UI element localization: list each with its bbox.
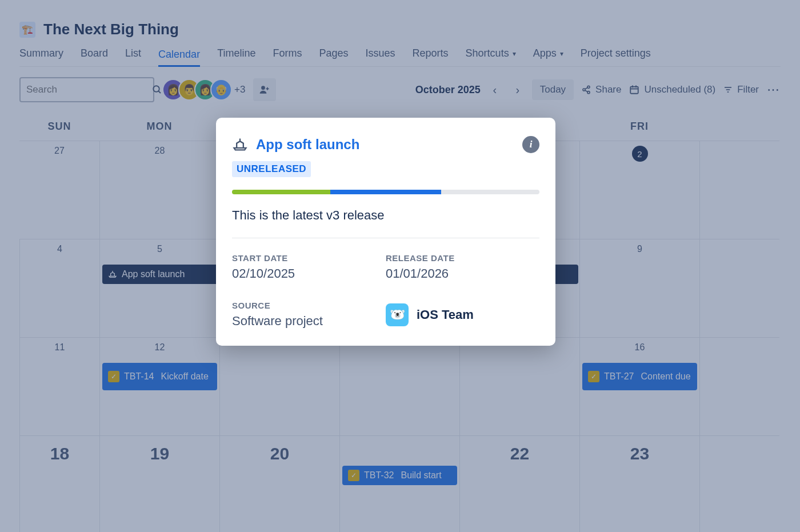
unscheduled-button[interactable]: Unscheduled (8) bbox=[629, 84, 715, 95]
tab-apps[interactable]: Apps▾ bbox=[533, 44, 563, 63]
source-field: SOURCE Software project bbox=[232, 301, 386, 329]
calendar-toolbar: 👩 👨 👩 👴 +3 October 2025 ‹ › Today bbox=[19, 67, 781, 109]
day-cell[interactable]: 5 App soft launch bbox=[99, 239, 219, 337]
day-cell[interactable]: 11 bbox=[19, 337, 99, 435]
day-cell[interactable] bbox=[339, 337, 459, 435]
svg-line-1 bbox=[158, 91, 161, 93]
next-month-button[interactable]: › bbox=[509, 81, 526, 98]
tab-pages[interactable]: Pages bbox=[319, 44, 348, 63]
calendar-event-tbt27[interactable]: ✓ TBT-27 Content due bbox=[582, 363, 697, 390]
divider bbox=[232, 238, 539, 238]
avatar[interactable]: 👴 bbox=[210, 79, 232, 101]
today-button[interactable]: Today bbox=[532, 79, 574, 100]
day-cell[interactable] bbox=[699, 141, 779, 239]
popover-title[interactable]: App soft launch bbox=[256, 137, 359, 153]
day-cell[interactable] bbox=[459, 337, 579, 435]
progress-bar bbox=[232, 190, 539, 194]
day-number: 4 bbox=[57, 244, 62, 254]
add-user-button[interactable] bbox=[253, 78, 276, 101]
avatar-stack[interactable]: 👩 👨 👩 👴 +3 bbox=[162, 79, 245, 101]
day-cell[interactable]: ✓ TBT-32 Build start bbox=[339, 435, 459, 532]
day-cell[interactable]: 12 ✓ TBT-14 Kickoff date bbox=[99, 337, 219, 435]
prev-month-button[interactable]: ‹ bbox=[486, 81, 503, 98]
weekday-header: MON bbox=[99, 113, 219, 141]
field-label: START DATE bbox=[232, 253, 386, 263]
day-number: 2 bbox=[632, 146, 648, 162]
project-tabs: Summary Board List Calendar Timeline For… bbox=[19, 44, 781, 67]
day-cell[interactable]: 27 bbox=[19, 141, 99, 239]
day-number: 27 bbox=[54, 146, 65, 156]
issue-type-icon: ✓ bbox=[588, 371, 599, 382]
day-number: 12 bbox=[155, 342, 165, 353]
team-icon: 🐻‍❄️ bbox=[386, 303, 409, 326]
svg-point-6 bbox=[583, 89, 585, 91]
more-menu-button[interactable]: ⋯ bbox=[767, 82, 781, 97]
day-cell[interactable] bbox=[699, 239, 779, 337]
field-value: 02/10/2025 bbox=[232, 266, 386, 281]
day-number: 16 bbox=[635, 342, 645, 353]
tab-timeline[interactable]: Timeline bbox=[217, 44, 255, 63]
svg-line-8 bbox=[585, 87, 588, 89]
tab-forms[interactable]: Forms bbox=[273, 44, 302, 63]
info-button[interactable]: i bbox=[522, 136, 539, 153]
day-cell[interactable]: 22 bbox=[459, 435, 579, 532]
calendar-event-tbt14[interactable]: ✓ TBT-14 Kickoff date bbox=[102, 363, 217, 390]
issue-key: TBT-14 bbox=[124, 371, 154, 382]
search-icon bbox=[152, 85, 162, 95]
project-header: 🏗️ The Next Big Thing bbox=[19, 21, 781, 38]
avatar-more-count[interactable]: +3 bbox=[234, 84, 245, 95]
issue-type-icon: ✓ bbox=[108, 371, 119, 382]
svg-point-5 bbox=[587, 86, 590, 88]
search-input[interactable] bbox=[26, 84, 147, 95]
weekday-header bbox=[699, 113, 779, 141]
tab-board[interactable]: Board bbox=[81, 44, 108, 63]
day-cell[interactable]: 20 bbox=[219, 435, 339, 532]
field-label: SOURCE bbox=[232, 301, 386, 310]
day-number: 23 bbox=[580, 445, 699, 462]
day-cell[interactable]: 23 bbox=[579, 435, 699, 532]
tab-list[interactable]: List bbox=[125, 44, 141, 63]
day-cell[interactable]: 28 bbox=[99, 141, 219, 239]
tab-reports[interactable]: Reports bbox=[413, 44, 449, 63]
search-input-wrapper[interactable] bbox=[19, 77, 154, 102]
day-cell[interactable]: 4 bbox=[19, 239, 99, 337]
issue-type-icon: ✓ bbox=[348, 470, 359, 481]
event-label: Kickoff date bbox=[161, 371, 208, 382]
project-icon: 🏗️ bbox=[19, 22, 35, 38]
tab-shortcuts[interactable]: Shortcuts▾ bbox=[466, 44, 516, 63]
field-value: 01/01/2026 bbox=[386, 266, 539, 281]
svg-point-0 bbox=[153, 86, 159, 92]
weekday-header: SUN bbox=[19, 113, 99, 141]
month-label: October 2025 bbox=[415, 84, 481, 96]
day-cell[interactable] bbox=[699, 435, 779, 532]
tab-summary[interactable]: Summary bbox=[19, 44, 63, 63]
day-cell[interactable]: 9 bbox=[579, 239, 699, 337]
tab-calendar[interactable]: Calendar bbox=[158, 44, 200, 67]
day-cell[interactable] bbox=[219, 337, 339, 435]
status-badge: UNRELEASED bbox=[232, 161, 311, 177]
day-cell[interactable]: 16 ✓ TBT-27 Content due bbox=[579, 337, 699, 435]
calendar-event-tbt32[interactable]: ✓ TBT-32 Build start bbox=[342, 466, 457, 485]
filter-button[interactable]: Filter bbox=[723, 84, 759, 95]
day-cell[interactable]: 18 bbox=[19, 435, 99, 532]
day-number: 19 bbox=[100, 445, 219, 462]
tab-issues[interactable]: Issues bbox=[366, 44, 395, 63]
team-field[interactable]: 🐻‍❄️ iOS Team bbox=[386, 301, 539, 329]
event-label: Build start bbox=[401, 470, 441, 481]
progress-done-segment bbox=[232, 190, 330, 194]
day-number: 28 bbox=[155, 146, 165, 156]
day-cell[interactable]: 2 bbox=[579, 141, 699, 239]
day-number: 5 bbox=[157, 244, 162, 254]
progress-inprogress-segment bbox=[330, 190, 441, 194]
day-cell[interactable]: 19 bbox=[99, 435, 219, 532]
ship-icon bbox=[232, 137, 248, 153]
event-label: App soft launch bbox=[122, 269, 185, 279]
day-number: 9 bbox=[637, 244, 642, 254]
svg-point-7 bbox=[587, 91, 590, 94]
tab-project-settings[interactable]: Project settings bbox=[581, 44, 651, 63]
release-date-field: RELEASE DATE 01/01/2026 bbox=[386, 253, 539, 281]
ship-icon bbox=[108, 270, 117, 279]
day-cell[interactable] bbox=[699, 337, 779, 435]
share-button[interactable]: Share bbox=[582, 84, 621, 95]
day-number: 20 bbox=[220, 445, 339, 462]
